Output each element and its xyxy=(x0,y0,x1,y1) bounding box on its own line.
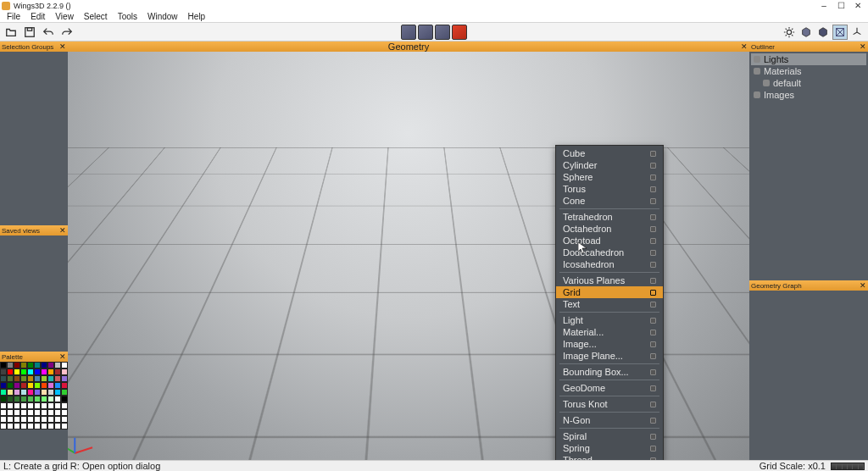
palette-swatch[interactable] xyxy=(0,416,7,423)
palette-swatch[interactable] xyxy=(27,416,34,423)
option-box-icon[interactable] xyxy=(650,214,656,220)
palette-swatch[interactable] xyxy=(0,362,7,368)
option-box-icon[interactable] xyxy=(650,330,656,335)
geometry-header[interactable]: Geometry ✕ xyxy=(68,42,749,52)
palette-swatch[interactable] xyxy=(20,396,27,402)
menu-item-material-[interactable]: Material... xyxy=(556,326,663,338)
menu-item-torus[interactable]: Torus xyxy=(556,183,663,195)
palette-swatch[interactable] xyxy=(61,389,68,396)
palette-swatch[interactable] xyxy=(41,409,47,416)
palette-swatch[interactable] xyxy=(14,362,20,368)
option-box-icon[interactable] xyxy=(650,434,656,440)
palette-swatch[interactable] xyxy=(14,409,20,416)
palette-swatch[interactable] xyxy=(34,396,41,402)
option-box-icon[interactable] xyxy=(650,278,656,284)
mode-vertex[interactable] xyxy=(401,25,416,40)
menu-item-bounding-box-[interactable]: Bounding Box... xyxy=(556,366,663,378)
option-box-icon[interactable] xyxy=(650,418,656,424)
palette-swatch[interactable] xyxy=(0,402,7,409)
palette-swatch[interactable] xyxy=(61,409,68,416)
palette-swatch[interactable] xyxy=(47,402,54,409)
palette-swatch[interactable] xyxy=(0,396,7,402)
palette-swatch[interactable] xyxy=(47,396,54,402)
palette-swatch[interactable] xyxy=(41,362,47,368)
menu-item-geodome[interactable]: GeoDome xyxy=(556,382,663,394)
palette-swatch[interactable] xyxy=(54,396,61,402)
palette-swatch[interactable] xyxy=(47,368,54,375)
palette-swatch[interactable] xyxy=(20,362,27,368)
palette-swatch[interactable] xyxy=(34,375,41,382)
mode-edge[interactable] xyxy=(418,25,433,40)
palette-swatch[interactable] xyxy=(0,368,7,375)
palette-swatch[interactable] xyxy=(27,368,34,375)
close-icon[interactable]: ✕ xyxy=(59,226,66,235)
menu-item-grid[interactable]: Grid xyxy=(556,286,663,298)
option-box-icon[interactable] xyxy=(650,186,656,192)
menu-tools[interactable]: Tools xyxy=(113,12,142,21)
menu-item-cylinder[interactable]: Cylinder xyxy=(556,159,663,171)
palette-swatch[interactable] xyxy=(14,382,20,389)
palette-swatch[interactable] xyxy=(20,409,27,416)
palette-swatch[interactable] xyxy=(14,402,20,409)
palette-swatch[interactable] xyxy=(54,368,61,375)
perspective-toggle-icon[interactable] xyxy=(832,25,848,40)
palette-swatch[interactable] xyxy=(47,423,54,429)
palette-swatch[interactable] xyxy=(54,402,61,409)
menu-window[interactable]: Window xyxy=(142,12,183,21)
palette-swatch[interactable] xyxy=(20,402,27,409)
palette-swatch[interactable] xyxy=(61,396,68,402)
palette-swatch[interactable] xyxy=(61,416,68,423)
palette-swatch[interactable] xyxy=(47,416,54,423)
minimize-button[interactable]: – xyxy=(815,1,832,10)
palette-swatch[interactable] xyxy=(34,416,41,423)
palette-swatch[interactable] xyxy=(27,402,34,409)
outliner-row[interactable]: Images xyxy=(751,89,866,101)
palette-swatch[interactable] xyxy=(0,382,7,389)
palette-swatch[interactable] xyxy=(54,409,61,416)
menu-item-text[interactable]: Text xyxy=(556,298,663,310)
palette-swatch[interactable] xyxy=(0,409,7,416)
palette-swatch[interactable] xyxy=(61,362,68,368)
menu-item-image-plane-[interactable]: Image Plane... xyxy=(556,350,663,362)
palette-swatch[interactable] xyxy=(41,396,47,402)
palette-swatch[interactable] xyxy=(34,389,41,396)
open-button[interactable] xyxy=(3,25,19,40)
menu-file[interactable]: File xyxy=(2,12,25,21)
menu-select[interactable]: Select xyxy=(79,12,113,21)
palette-swatch[interactable] xyxy=(14,389,20,396)
palette-swatch[interactable] xyxy=(7,416,14,423)
option-box-icon[interactable] xyxy=(650,198,656,204)
palette-swatch[interactable] xyxy=(47,409,54,416)
palette-swatch[interactable] xyxy=(27,389,34,396)
palette-swatch[interactable] xyxy=(14,368,20,375)
palette-swatch[interactable] xyxy=(54,416,61,423)
palette-swatch[interactable] xyxy=(27,409,34,416)
menu-view[interactable]: View xyxy=(50,12,79,21)
saved-views-header[interactable]: Saved views ✕ xyxy=(0,225,68,236)
menu-item-thread[interactable]: Thread xyxy=(556,454,663,460)
palette-swatch[interactable] xyxy=(20,368,27,375)
palette-swatch[interactable] xyxy=(27,375,34,382)
palette-swatch[interactable] xyxy=(34,402,41,409)
palette-grid[interactable] xyxy=(0,362,68,429)
undo-button[interactable] xyxy=(41,25,56,40)
geometry-graph-header[interactable]: Geometry Graph ✕ xyxy=(749,280,868,291)
outliner-header[interactable]: Outliner ✕ xyxy=(749,42,868,52)
outliner-row[interactable]: Lights xyxy=(751,53,866,65)
palette-swatch[interactable] xyxy=(41,423,47,429)
palette-swatch[interactable] xyxy=(47,382,54,389)
palette-header[interactable]: Palette ✕ xyxy=(0,352,68,362)
palette-swatch[interactable] xyxy=(27,396,34,402)
palette-swatch[interactable] xyxy=(14,375,20,382)
maximize-button[interactable]: ☐ xyxy=(832,1,849,10)
palette-swatch[interactable] xyxy=(0,423,7,429)
palette-swatch[interactable] xyxy=(14,416,20,423)
palette-swatch[interactable] xyxy=(7,375,14,382)
close-button[interactable]: ✕ xyxy=(849,1,866,10)
palette-swatch[interactable] xyxy=(41,416,47,423)
menu-item-spring[interactable]: Spring xyxy=(556,442,663,454)
menu-item-image-[interactable]: Image... xyxy=(556,338,663,350)
palette-swatch[interactable] xyxy=(20,389,27,396)
palette-swatch[interactable] xyxy=(54,382,61,389)
option-box-icon[interactable] xyxy=(650,353,656,359)
